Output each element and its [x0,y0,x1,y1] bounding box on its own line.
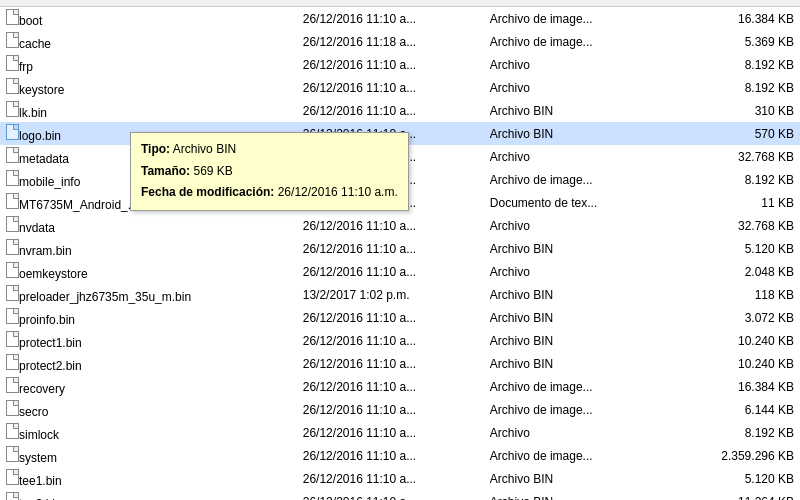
file-icon [6,152,19,166]
file-size-cell: 5.120 KB [671,467,800,490]
file-icon [6,267,19,281]
file-type-cell: Archivo BIN [484,99,671,122]
file-icon [6,198,19,212]
file-name-cell: cache [0,30,297,53]
table-row[interactable]: proinfo.bin26/12/2016 11:10 a...Archivo … [0,306,800,329]
table-row[interactable]: keystore26/12/2016 11:10 a...Archivo8.19… [0,76,800,99]
file-type-cell: Archivo de image... [484,375,671,398]
col-header-size[interactable] [671,0,800,7]
file-date-cell: 26/12/2016 11:10 a... [297,329,484,352]
file-type-cell: Archivo de image... [484,444,671,467]
file-name-label: protect2.bin [19,359,82,373]
file-icon [6,83,19,97]
table-row[interactable]: protect1.bin26/12/2016 11:10 a...Archivo… [0,329,800,352]
tooltip-label: Tamaño: 569 KB [141,164,233,178]
file-name-label: mobile_info [19,175,80,189]
file-type-cell: Archivo de image... [484,168,671,191]
file-date-cell: 26/12/2016 11:10 a... [297,444,484,467]
file-name-cell: protect1.bin [0,329,297,352]
table-row[interactable]: nvram.bin26/12/2016 11:10 a...Archivo BI… [0,237,800,260]
file-type-cell: Archivo [484,214,671,237]
file-size-cell: 8.192 KB [671,168,800,191]
file-explorer[interactable]: boot26/12/2016 11:10 a...Archivo de imag… [0,0,800,500]
file-icon [6,474,19,488]
file-size-cell: 3.072 KB [671,306,800,329]
file-size-cell: 32.768 KB [671,145,800,168]
table-row[interactable]: simlock26/12/2016 11:10 a...Archivo8.192… [0,421,800,444]
file-size-cell: 10.240 KB [671,329,800,352]
file-size-cell: 310 KB [671,99,800,122]
file-name-label: MT6735M_Android_... [19,198,138,212]
file-icon [6,290,19,304]
file-type-cell: Archivo BIN [484,490,671,500]
file-size-cell: 2.359.296 KB [671,444,800,467]
file-size-cell: 8.192 KB [671,421,800,444]
file-name-cell: preloader_jhz6735m_35u_m.bin [0,283,297,306]
col-header-name[interactable] [0,0,297,7]
file-date-cell: 26/12/2016 11:10 a... [297,375,484,398]
col-header-date[interactable] [297,0,484,7]
file-size-cell: 16.384 KB [671,375,800,398]
file-name-cell: nvram.bin [0,237,297,260]
file-date-cell: 26/12/2016 11:18 a... [297,30,484,53]
table-row[interactable]: oemkeystore26/12/2016 11:10 a...Archivo2… [0,260,800,283]
file-type-cell: Archivo [484,145,671,168]
file-name-label: keystore [19,83,64,97]
file-date-cell: 26/12/2016 11:10 a... [297,53,484,76]
file-type-cell: Archivo de image... [484,7,671,31]
file-type-cell: Archivo [484,421,671,444]
table-row[interactable]: boot26/12/2016 11:10 a...Archivo de imag… [0,7,800,31]
file-icon [6,60,19,74]
file-name-label: simlock [19,428,59,442]
table-row[interactable]: tee2.bin26/12/2016 11:10 a...Archivo BIN… [0,490,800,500]
file-name-cell: oemkeystore [0,260,297,283]
file-date-cell: 26/12/2016 11:10 a... [297,467,484,490]
table-row[interactable]: cache26/12/2016 11:18 a...Archivo de ima… [0,30,800,53]
file-date-cell: 26/12/2016 11:10 a... [297,260,484,283]
table-row[interactable]: lk.bin26/12/2016 11:10 a...Archivo BIN31… [0,99,800,122]
file-date-cell: 26/12/2016 11:10 a... [297,76,484,99]
file-icon [6,313,19,327]
file-size-cell: 11.264 KB [671,490,800,500]
file-type-cell: Archivo [484,260,671,283]
file-name-label: frp [19,60,33,74]
file-size-cell: 10.240 KB [671,352,800,375]
table-row[interactable]: recovery26/12/2016 11:10 a...Archivo de … [0,375,800,398]
file-type-cell: Archivo de image... [484,398,671,421]
file-date-cell: 26/12/2016 11:10 a... [297,490,484,500]
file-name-label: metadata [19,152,69,166]
table-row[interactable]: system26/12/2016 11:10 a...Archivo de im… [0,444,800,467]
file-size-cell: 8.192 KB [671,76,800,99]
table-row[interactable]: nvdata26/12/2016 11:10 a...Archivo32.768… [0,214,800,237]
file-size-cell: 5.120 KB [671,237,800,260]
file-name-label: system [19,451,57,465]
file-type-cell: Archivo [484,53,671,76]
file-name-cell: frp [0,53,297,76]
file-type-cell: Archivo BIN [484,467,671,490]
file-name-cell: tee1.bin [0,467,297,490]
file-date-cell: 13/2/2017 1:02 p.m. [297,283,484,306]
file-date-cell: 26/12/2016 11:10 a... [297,398,484,421]
table-row[interactable]: tee1.bin26/12/2016 11:10 a...Archivo BIN… [0,467,800,490]
file-size-cell: 6.144 KB [671,398,800,421]
file-tooltip: Tipo: Archivo BINTamaño: 569 KBFecha de … [130,132,409,211]
file-date-cell: 26/12/2016 11:10 a... [297,7,484,31]
file-name-label: secro [19,405,48,419]
tooltip-label: Fecha de modificación: 26/12/2016 11:10 … [141,185,398,199]
file-date-cell: 26/12/2016 11:10 a... [297,99,484,122]
file-icon [6,405,19,419]
file-name-label: lk.bin [19,106,47,120]
file-size-cell: 32.768 KB [671,214,800,237]
table-row[interactable]: secro26/12/2016 11:10 a...Archivo de ima… [0,398,800,421]
file-name-cell: proinfo.bin [0,306,297,329]
table-row[interactable]: preloader_jhz6735m_35u_m.bin13/2/2017 1:… [0,283,800,306]
file-name-label: tee1.bin [19,474,62,488]
file-type-cell: Archivo BIN [484,283,671,306]
col-header-type[interactable] [484,0,671,7]
file-name-label: logo.bin [19,129,61,143]
table-row[interactable]: frp26/12/2016 11:10 a...Archivo8.192 KB [0,53,800,76]
table-row[interactable]: protect2.bin26/12/2016 11:10 a...Archivo… [0,352,800,375]
file-icon [6,175,19,189]
file-size-cell: 2.048 KB [671,260,800,283]
file-name-cell: system [0,444,297,467]
